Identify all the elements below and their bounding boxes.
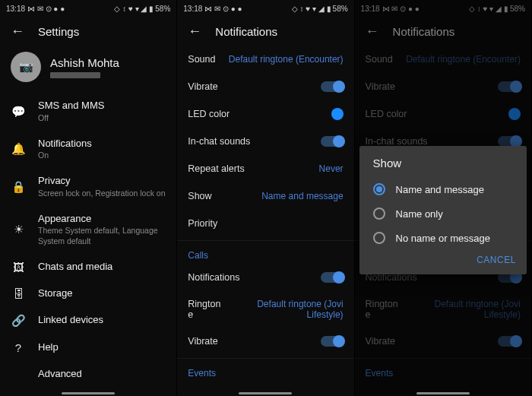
notif-row[interactable]: ShowName and message	[177, 182, 353, 210]
notifications-screen-dialog: 13:18⋈ ✉ ⊙ ● ● ◇ ↕ ♥ ▾ ◢ ▮58% ← Notifica…	[355, 0, 532, 396]
notif-value: Default ringtone (Encounter)	[229, 54, 344, 65]
item-subtitle: On	[38, 150, 166, 161]
profile-row[interactable]: 📷 Ashish Mohta	[0, 46, 176, 93]
notif-row[interactable]: RingtoneDefault ringtone (Jovi Lifestyle…	[177, 291, 353, 328]
item-title: Notifications	[38, 138, 166, 150]
radio-label: Name and message	[396, 184, 484, 195]
notif-row[interactable]: SoundDefault ringtone (Encounter)	[177, 46, 353, 73]
radio-option[interactable]: Name and message	[359, 177, 527, 201]
settings-item[interactable]: 💬SMS and MMSOff	[0, 93, 176, 131]
item-title: SMS and MMS	[38, 100, 166, 112]
notif-label: Ringtone	[188, 299, 224, 320]
notif-label: Notifications	[188, 272, 239, 283]
back-arrow-icon[interactable]: ←	[188, 24, 201, 40]
notif-value: Default ringtone (Jovi Lifestyle)	[224, 299, 344, 320]
status-bar: 13:18⋈ ✉ ⊙ ● ● ◇ ↕ ♥ ▾ ◢ ▮58%	[177, 0, 353, 17]
item-title: Linked devices	[38, 314, 166, 327]
notif-row[interactable]: Repeat alertsNever	[177, 155, 353, 182]
status-icons-right: ◇ ↕ ♥ ▾ ◢ ▮	[292, 5, 331, 13]
battery-percent: 58%	[333, 5, 348, 13]
notif-label: Show	[188, 191, 211, 201]
notif-label: Repeat alerts	[188, 163, 244, 174]
notif-row[interactable]: Notifications	[177, 264, 353, 291]
notif-label: Vibrate	[188, 336, 217, 347]
item-title: Help	[38, 341, 166, 354]
item-subtitle: Theme System default, Language System de…	[38, 226, 166, 246]
status-icons-left: ⋈ ✉ ⊙ ● ●	[27, 5, 65, 13]
radio-option[interactable]: Name only	[359, 201, 527, 226]
item-title: Privacy	[38, 175, 166, 188]
status-icons-left: ⋈ ✉ ⊙ ● ●	[204, 5, 242, 13]
settings-item[interactable]: ☀AppearanceTheme System default, Languag…	[0, 206, 176, 254]
app-bar: ← Settings	[0, 17, 176, 46]
radio-label: Name only	[396, 208, 443, 220]
status-time: 13:18	[183, 5, 202, 13]
item-icon: 💬	[11, 105, 26, 119]
item-title: Storage	[38, 287, 166, 300]
radio-label: No name or message	[396, 233, 490, 244]
notif-label: Priority	[188, 218, 217, 229]
toggle-switch[interactable]	[321, 336, 344, 347]
item-subtitle: Off	[38, 113, 166, 124]
notif-label: Vibrate	[188, 81, 217, 92]
cancel-button[interactable]: CANCEL	[477, 255, 516, 265]
notif-list: SoundDefault ringtone (Encounter)Vibrate…	[177, 46, 353, 237]
item-icon: ?	[11, 341, 26, 354]
toggle-switch[interactable]	[321, 81, 344, 92]
notif-row[interactable]: Vibrate	[177, 73, 353, 100]
notif-label: Sound	[188, 54, 215, 65]
calls-header: Calls	[177, 240, 353, 264]
led-color-dot[interactable]	[331, 108, 344, 120]
notif-row[interactable]: LED color	[177, 100, 353, 128]
settings-item[interactable]: Advanced	[0, 361, 176, 388]
settings-item[interactable]: ?Help	[0, 334, 176, 361]
notif-value: Never	[319, 163, 344, 174]
settings-list: 💬SMS and MMSOff🔔NotificationsOn🔒PrivacyS…	[0, 93, 176, 388]
notif-label: In-chat sounds	[188, 136, 250, 147]
item-icon: 🔗	[11, 314, 26, 328]
nav-handle[interactable]	[416, 392, 470, 394]
status-bar: 13:18⋈ ✉ ⊙ ● ● ◇ ↕ ♥ ▾ ◢ ▮58%	[0, 0, 176, 17]
dialog-title: Show	[359, 157, 527, 177]
settings-screen: 13:18⋈ ✉ ⊙ ● ● ◇ ↕ ♥ ▾ ◢ ▮58% ← Settings…	[0, 0, 177, 396]
item-title: Appearance	[38, 213, 166, 226]
battery-percent: 58%	[155, 5, 170, 13]
item-icon: 🗄	[11, 287, 26, 300]
status-time: 13:18	[6, 5, 25, 13]
settings-item[interactable]: 🔔NotificationsOn	[0, 131, 176, 169]
calls-list: NotificationsRingtoneDefault ringtone (J…	[177, 264, 353, 355]
item-title: Advanced	[38, 368, 166, 381]
item-title: Chats and media	[38, 261, 166, 274]
page-title: Notifications	[215, 25, 277, 38]
radio-option[interactable]: No name or message	[359, 226, 527, 250]
profile-subtitle-redacted	[50, 72, 100, 78]
camera-icon: 📷	[19, 60, 33, 74]
radio-icon	[373, 232, 385, 244]
status-icons-right: ◇ ↕ ♥ ▾ ◢ ▮	[114, 5, 154, 13]
item-icon: 🔒	[11, 180, 26, 194]
settings-item[interactable]: 🗄Storage	[0, 280, 176, 307]
notif-row[interactable]: In-chat sounds	[177, 128, 353, 155]
notif-label: LED color	[188, 109, 230, 119]
item-subtitle: Screen lock on, Registration lock on	[38, 188, 166, 199]
item-icon: ☀	[11, 223, 26, 236]
profile-name: Ashish Mohta	[50, 56, 119, 69]
nav-handle[interactable]	[239, 392, 292, 394]
notifications-screen: 13:18⋈ ✉ ⊙ ● ● ◇ ↕ ♥ ▾ ◢ ▮58% ← Notifica…	[177, 0, 354, 396]
notif-row[interactable]: Vibrate	[177, 328, 353, 355]
nav-handle[interactable]	[62, 392, 115, 394]
notif-value: Name and message	[261, 191, 343, 201]
avatar: 📷	[11, 52, 41, 82]
app-bar: ← Notifications	[177, 17, 353, 46]
settings-item[interactable]: 🔒PrivacyScreen lock on, Registration loc…	[0, 168, 176, 206]
notif-row[interactable]: Priority	[177, 210, 353, 237]
radio-icon	[373, 183, 385, 195]
events-header: Events	[177, 358, 353, 382]
item-icon: 🖼	[11, 261, 26, 274]
back-arrow-icon[interactable]: ←	[11, 24, 24, 40]
toggle-switch[interactable]	[321, 272, 344, 283]
settings-item[interactable]: 🖼Chats and media	[0, 254, 176, 280]
show-dialog: Show Name and messageName onlyNo name or…	[359, 146, 527, 274]
toggle-switch[interactable]	[321, 136, 344, 147]
settings-item[interactable]: 🔗Linked devices	[0, 307, 176, 334]
